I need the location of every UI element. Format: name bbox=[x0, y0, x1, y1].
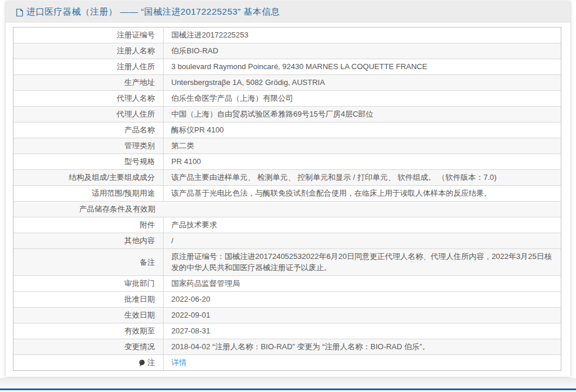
footer-band bbox=[0, 378, 576, 388]
row-label-text: 生效日期 bbox=[124, 309, 155, 321]
table-row: 注册人名称伯乐BIO-RAD bbox=[13, 43, 561, 59]
row-value: 该产品基于光电比色法，与酶联免疫试剂盒配合使用，在临床上用于读取人体样本的反应结… bbox=[164, 186, 561, 201]
row-label-text: 注册人住所 bbox=[117, 61, 155, 72]
table-row: 有效期至2027-08-31 bbox=[13, 323, 561, 339]
row-label-text: 注册证编号 bbox=[117, 29, 155, 40]
row-label: 注 bbox=[13, 355, 164, 370]
row-label-text: 结构及组成/主要组成成分 bbox=[69, 172, 155, 183]
table-row: 审批部门国家药品监督管理局 bbox=[13, 275, 561, 291]
row-label-text: 生产地址 bbox=[124, 77, 155, 88]
row-value: 伯乐BIO-RAD bbox=[164, 43, 561, 59]
row-value: 酶标仪PR 4100 bbox=[164, 122, 561, 138]
content-card: 进口医疗器械（注册） —— “国械注进20172225253” 基本信息 注册证… bbox=[6, 1, 570, 377]
row-value: 伯乐生命医学产品（上海）有限公司 bbox=[164, 91, 561, 106]
row-value: 国家药品监督管理局 bbox=[164, 276, 561, 291]
row-label-text: 附件 bbox=[140, 219, 155, 230]
row-label: 产品名称 bbox=[13, 122, 164, 138]
row-label-text: 产品名称 bbox=[124, 124, 155, 135]
table-row: 生效日期2022-09-01 bbox=[13, 307, 561, 323]
row-label: 型号规格 bbox=[13, 154, 164, 169]
table-row: 其他内容/ bbox=[13, 233, 561, 248]
details-link[interactable]: 详情 bbox=[171, 357, 187, 368]
row-label: 注册人住所 bbox=[13, 59, 164, 74]
row-label-text: 型号规格 bbox=[124, 156, 155, 167]
row-value: 中国（上海）自由贸易试验区希雅路69号15号厂房4层C部位 bbox=[164, 107, 561, 122]
row-value: 第二类 bbox=[164, 138, 561, 154]
row-value: PR 4100 bbox=[164, 154, 561, 169]
table-row: 适用范围/预期用途该产品基于光电比色法，与酶联免疫试剂盒配合使用，在临床上用于读… bbox=[13, 185, 561, 201]
row-label-text: 适用范围/预期用途 bbox=[92, 188, 155, 199]
page-title: 进口医疗器械（注册） —— “国械注进20172225253” 基本信息 bbox=[26, 6, 280, 18]
registration-info-table: 注册证编号国械注进20172225253注册人名称伯乐BIO-RAD注册人住所3… bbox=[13, 27, 561, 371]
footer-accent-line bbox=[0, 388, 576, 390]
note-icon bbox=[138, 359, 145, 367]
document-icon bbox=[16, 8, 23, 17]
row-label: 生产地址 bbox=[13, 75, 164, 90]
row-label-text: 代理人住所 bbox=[117, 108, 155, 120]
table-row: 型号规格PR 4100 bbox=[13, 154, 561, 169]
table-row: 生产地址Untersbergstraβe 1A, 5082 Grödig, AU… bbox=[13, 74, 561, 90]
row-label: 批准日期 bbox=[13, 292, 164, 307]
row-value: 产品技术要求 bbox=[164, 217, 561, 233]
row-value bbox=[164, 202, 561, 217]
row-label-text: 有效期至 bbox=[124, 325, 155, 336]
row-label: 其他内容 bbox=[13, 233, 164, 248]
row-label: 备注 bbox=[13, 249, 164, 275]
table-row: 附件产品技术要求 bbox=[13, 217, 561, 233]
table-row: 代理人住所中国（上海）自由贸易试验区希雅路69号15号厂房4层C部位 bbox=[13, 106, 561, 122]
row-label-text: 注册人名称 bbox=[117, 45, 155, 56]
row-label: 审批部门 bbox=[13, 276, 164, 291]
row-label: 代理人住所 bbox=[13, 107, 164, 122]
row-label: 注册证编号 bbox=[13, 28, 164, 43]
row-value: 2018-04-02 “注册人名称：BIO-RAD” 变更为 “注册人名称：BI… bbox=[164, 339, 561, 354]
row-label: 管理类别 bbox=[13, 138, 164, 154]
row-label: 生效日期 bbox=[13, 308, 164, 323]
row-label: 结构及组成/主要组成成分 bbox=[13, 170, 164, 185]
table-row: 产品名称酶标仪PR 4100 bbox=[13, 122, 561, 138]
table-row: 注册人住所3 boulevard Raymond Poincaré, 92430… bbox=[13, 59, 561, 74]
table-row: 变更情况2018-04-02 “注册人名称：BIO-RAD” 变更为 “注册人名… bbox=[13, 339, 561, 354]
row-value: / bbox=[164, 233, 561, 248]
row-label: 代理人名称 bbox=[13, 91, 164, 106]
row-label-text: 注 bbox=[147, 357, 155, 368]
table-row: 注详情 bbox=[13, 354, 561, 370]
row-label-text: 变更情况 bbox=[124, 341, 155, 352]
title-bar: 进口医疗器械（注册） —— “国械注进20172225253” 基本信息 bbox=[6, 1, 570, 23]
row-label-text: 其他内容 bbox=[124, 235, 155, 246]
table-row: 代理人名称伯乐生命医学产品（上海）有限公司 bbox=[13, 90, 561, 106]
table-row: 批准日期2022-06-20 bbox=[13, 291, 561, 307]
table-row: 结构及组成/主要组成成分该产品主要由进样单元、 检测单元、 控制单元和显示 / … bbox=[13, 169, 561, 185]
row-value: 3 boulevard Raymond Poincaré, 92430 MARN… bbox=[164, 59, 561, 74]
row-label-text: 备注 bbox=[140, 257, 155, 268]
row-label-text: 审批部门 bbox=[124, 278, 155, 289]
row-value: 原注册证编号：国械注进201724052532022年6月20日同意更正代理人名… bbox=[164, 249, 561, 275]
row-label: 有效期至 bbox=[13, 323, 164, 339]
row-label-text: 批准日期 bbox=[124, 294, 155, 305]
row-value: 2027-08-31 bbox=[164, 323, 561, 339]
table-row: 注册证编号国械注进20172225253 bbox=[13, 28, 561, 43]
row-value: Untersbergstraβe 1A, 5082 Grödig, AUSTRI… bbox=[164, 75, 561, 90]
row-label-text: 代理人名称 bbox=[117, 93, 155, 104]
row-label: 注册人名称 bbox=[13, 43, 164, 59]
row-label: 产品储存条件及有效期 bbox=[13, 202, 164, 217]
row-label: 附件 bbox=[13, 217, 164, 233]
row-value: 2022-09-01 bbox=[164, 308, 561, 323]
table-row: 管理类别第二类 bbox=[13, 138, 561, 154]
row-value: 2022-06-20 bbox=[164, 292, 561, 307]
row-label: 适用范围/预期用途 bbox=[13, 186, 164, 201]
table-row: 备注原注册证编号：国械注进201724052532022年6月20日同意更正代理… bbox=[13, 248, 561, 275]
row-label-text: 管理类别 bbox=[124, 140, 155, 151]
row-value: 该产品主要由进样单元、 检测单元、 控制单元和显示 / 打印单元、 软件组成。 … bbox=[164, 170, 561, 185]
row-label: 变更情况 bbox=[13, 339, 164, 354]
row-label-text: 产品储存条件及有效期 bbox=[79, 203, 155, 214]
row-value: 详情 bbox=[164, 355, 561, 370]
table-row: 产品储存条件及有效期 bbox=[13, 201, 561, 217]
row-value: 国械注进20172225253 bbox=[164, 28, 561, 43]
